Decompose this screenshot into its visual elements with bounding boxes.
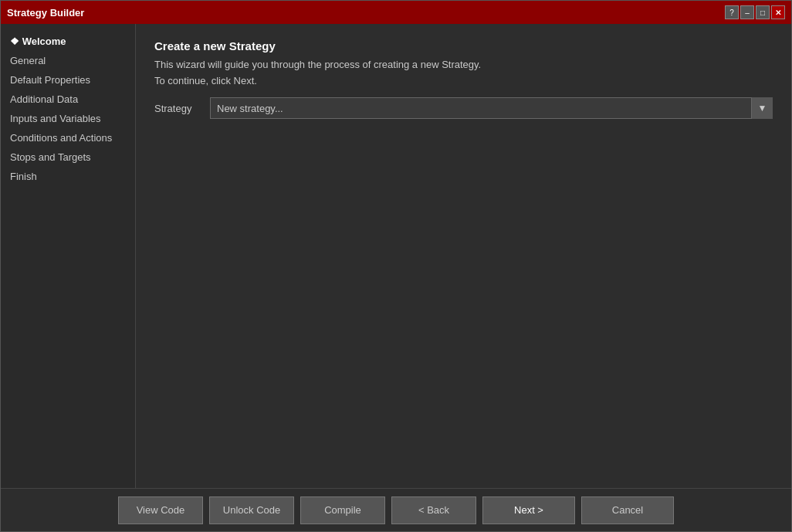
footer: View Code Unlock Code Compile < Back Nex…	[1, 488, 791, 531]
sidebar-item-conditions-and-actions[interactable]: Conditions and Actions	[1, 128, 135, 147]
sidebar-label-additional-data: Additional Data	[10, 93, 78, 105]
title-bar: Strategy Builder ? – □ ✕	[1, 1, 791, 24]
strategy-builder-window: Strategy Builder ? – □ ✕ ❖ Welcome Gener…	[0, 0, 792, 532]
sidebar-label-conditions-and-actions: Conditions and Actions	[10, 132, 112, 144]
sidebar-item-default-properties[interactable]: Default Properties	[1, 70, 135, 90]
content-area: ❖ Welcome General Default Properties Add…	[1, 24, 791, 488]
sidebar-item-welcome[interactable]: ❖ Welcome	[1, 32, 135, 51]
sidebar-label-general: General	[10, 55, 46, 66]
compile-button[interactable]: Compile	[300, 496, 385, 524]
sidebar-item-additional-data[interactable]: Additional Data	[1, 90, 135, 109]
window-title: Strategy Builder	[7, 7, 84, 19]
cancel-button[interactable]: Cancel	[581, 496, 674, 524]
sidebar-label-inputs-and-variables: Inputs and Variables	[10, 113, 101, 124]
title-bar-left: Strategy Builder	[7, 7, 84, 19]
strategy-select[interactable]: New strategy...	[210, 97, 773, 119]
title-bar-controls: ? – □ ✕	[725, 5, 785, 19]
sidebar-item-finish[interactable]: Finish	[1, 167, 135, 186]
strategy-label: Strategy	[154, 103, 201, 114]
sidebar-item-stops-and-targets[interactable]: Stops and Targets	[1, 147, 135, 167]
sidebar-label-welcome: Welcome	[22, 36, 66, 47]
main-title: Create a new Strategy	[154, 39, 773, 53]
sidebar-label-default-properties: Default Properties	[10, 74, 90, 86]
strategy-row: Strategy New strategy... ▼	[154, 97, 773, 119]
help-button[interactable]: ?	[725, 5, 739, 19]
close-button[interactable]: ✕	[771, 5, 785, 19]
sidebar: ❖ Welcome General Default Properties Add…	[1, 24, 136, 488]
sidebar-item-inputs-and-variables[interactable]: Inputs and Variables	[1, 109, 135, 128]
sidebar-item-general[interactable]: General	[1, 51, 135, 70]
main-description: This wizard will guide you through the p…	[154, 59, 773, 70]
strategy-select-wrapper[interactable]: New strategy... ▼	[210, 97, 773, 119]
sidebar-label-finish: Finish	[10, 171, 37, 182]
maximize-button[interactable]: □	[756, 5, 770, 19]
sidebar-label-stops-and-targets: Stops and Targets	[10, 151, 91, 163]
main-content: Create a new Strategy This wizard will g…	[136, 24, 791, 488]
minimize-button[interactable]: –	[740, 5, 754, 19]
welcome-prefix: ❖	[10, 36, 22, 47]
next-button[interactable]: Next >	[482, 496, 575, 524]
back-button[interactable]: < Back	[391, 496, 476, 524]
view-code-button[interactable]: View Code	[118, 496, 203, 524]
unlock-code-button[interactable]: Unlock Code	[209, 496, 294, 524]
main-instruction: To continue, click Next.	[154, 75, 773, 86]
